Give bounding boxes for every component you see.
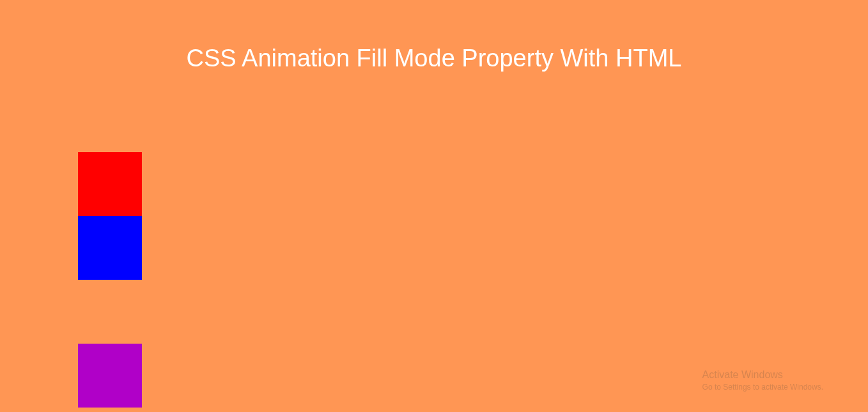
page-title: CSS Animation Fill Mode Property With HT…: [0, 0, 868, 72]
demo-box-blue: [78, 216, 142, 280]
watermark-subtitle: Go to Settings to activate Windows.: [702, 382, 823, 393]
demo-box-purple: [78, 344, 142, 408]
demo-box-red: [78, 152, 142, 216]
watermark-title: Activate Windows: [702, 368, 823, 382]
windows-activation-watermark: Activate Windows Go to Settings to activ…: [702, 368, 823, 393]
